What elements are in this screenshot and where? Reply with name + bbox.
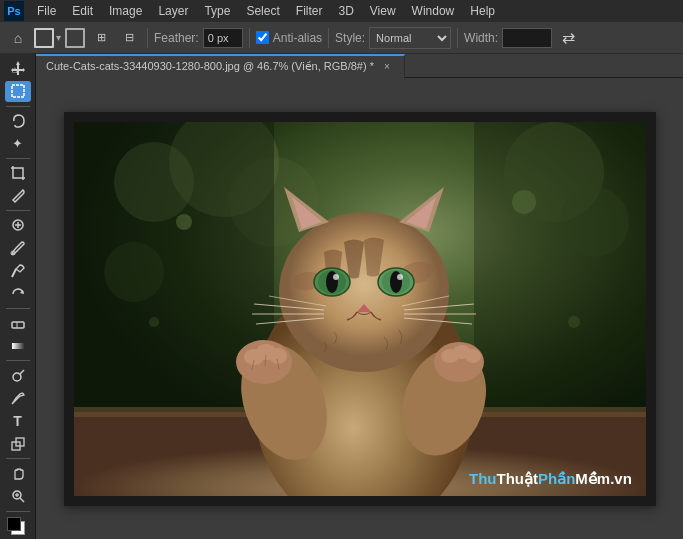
svg-line-12: [20, 370, 24, 374]
eraser-tool[interactable]: [5, 313, 31, 334]
svg-rect-2: [12, 85, 24, 97]
rect-select-tool[interactable]: [5, 81, 31, 102]
menu-image[interactable]: Image: [102, 2, 149, 20]
menu-bar: Ps File Edit Image Layer Type Select Fil…: [0, 0, 683, 22]
zoom-tool[interactable]: [5, 486, 31, 507]
svg-point-70: [568, 316, 580, 328]
menu-view[interactable]: View: [363, 2, 403, 20]
tool-sep3: [6, 210, 30, 211]
svg-point-31: [279, 212, 449, 372]
svg-text:⌂: ⌂: [12, 64, 18, 75]
dodge-tool[interactable]: [5, 365, 31, 386]
ps-logo: Ps: [4, 1, 24, 21]
toolbar-sep4: [457, 28, 458, 48]
gradient-tool[interactable]: [5, 336, 31, 357]
style-select[interactable]: Normal Fixed Ratio Fixed Size: [369, 27, 451, 49]
history-brush-tool[interactable]: [5, 283, 31, 304]
tool-sep6: [6, 458, 30, 459]
menu-edit[interactable]: Edit: [65, 2, 100, 20]
anti-alias-label: Anti-alias: [273, 31, 322, 45]
menu-3d[interactable]: 3D: [331, 2, 360, 20]
canvas-container: ThuThuậtPhầnMềm.vn: [64, 112, 656, 506]
active-tab[interactable]: Cute-Cats-cats-33440930-1280-800.jpg @ 4…: [36, 54, 405, 78]
select-rect-tool-btn[interactable]: [34, 28, 54, 48]
anti-alias-checkbox[interactable]: [256, 31, 269, 44]
select-rect-dropdown[interactable]: ▾: [56, 32, 61, 43]
eyedropper-tool[interactable]: [5, 185, 31, 206]
svg-text:ThuThuậtPhầnMềm.vn: ThuThuậtPhầnMềm.vn: [469, 470, 632, 487]
menu-type[interactable]: Type: [197, 2, 237, 20]
canvas-area: Cute-Cats-cats-33440930-1280-800.jpg @ 4…: [36, 54, 683, 539]
main-area: ⌂ ✦: [0, 54, 683, 539]
svg-point-39: [333, 274, 339, 280]
svg-point-44: [397, 274, 403, 280]
select-subtract-option[interactable]: ⊟: [117, 26, 141, 50]
svg-point-68: [176, 214, 192, 230]
select-intersect-option[interactable]: ⊞: [89, 26, 113, 50]
brush-tool[interactable]: [5, 238, 31, 259]
shape-tool[interactable]: [5, 433, 31, 454]
anti-alias-group: Anti-alias: [256, 31, 322, 45]
width-label: Width:: [464, 31, 498, 45]
lasso-tool[interactable]: [5, 110, 31, 131]
svg-point-11: [13, 373, 21, 381]
tool-sep7: [6, 511, 30, 512]
menu-window[interactable]: Window: [405, 2, 462, 20]
width-input[interactable]: [502, 28, 552, 48]
clone-tool[interactable]: [5, 261, 31, 282]
hand-tool[interactable]: [5, 463, 31, 484]
feather-label: Feather:: [154, 31, 199, 45]
tool-sep1: [6, 106, 30, 107]
menu-layer[interactable]: Layer: [151, 2, 195, 20]
toolbar-sep2: [249, 28, 250, 48]
heal-tool[interactable]: [5, 215, 31, 236]
tab-bar: Cute-Cats-cats-33440930-1280-800.jpg @ 4…: [36, 54, 683, 78]
svg-line-16: [20, 498, 24, 502]
tool-sep5: [6, 360, 30, 361]
svg-rect-10: [12, 343, 24, 349]
tab-close-btn[interactable]: ×: [380, 60, 394, 74]
color-swatch[interactable]: [5, 517, 31, 535]
tools-panel: ⌂ ✦: [0, 54, 36, 539]
home-button[interactable]: ⌂: [6, 26, 30, 50]
feather-input[interactable]: [203, 28, 243, 48]
menu-help[interactable]: Help: [463, 2, 502, 20]
options-bar: ⌂ ▾ ⊞ ⊟ Feather: Anti-alias Style: Norma…: [0, 22, 683, 54]
crop-tool[interactable]: [5, 163, 31, 184]
magic-wand-tool[interactable]: ✦: [5, 133, 31, 154]
svg-rect-8: [12, 322, 24, 328]
pen-tool[interactable]: [5, 388, 31, 409]
menu-select[interactable]: Select: [239, 2, 286, 20]
toolbar-sep1: [147, 28, 148, 48]
text-tool[interactable]: T: [5, 411, 31, 432]
tool-sep4: [6, 308, 30, 309]
menu-filter[interactable]: Filter: [289, 2, 330, 20]
svg-point-71: [149, 317, 159, 327]
menu-file[interactable]: File: [30, 2, 63, 20]
tool-sep2: [6, 158, 30, 159]
move-tool[interactable]: ⌂: [5, 58, 31, 79]
svg-point-69: [512, 190, 536, 214]
toolbar-sep3: [328, 28, 329, 48]
canvas-viewport[interactable]: ThuThuậtPhầnMềm.vn: [36, 78, 683, 539]
tab-title: Cute-Cats-cats-33440930-1280-800.jpg @ 4…: [46, 60, 374, 73]
canvas-image: ThuThuậtPhầnMềm.vn: [74, 122, 646, 496]
style-label: Style:: [335, 31, 365, 45]
select-rect-option1[interactable]: [65, 28, 85, 48]
swap-dimensions-btn[interactable]: ⇄: [556, 26, 580, 50]
svg-point-67: [465, 349, 481, 363]
